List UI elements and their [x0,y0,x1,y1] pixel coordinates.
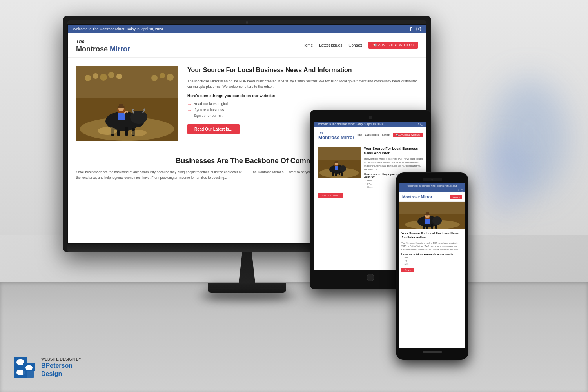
hero-title: Your Source For Local Business News And … [187,66,418,74]
svg-rect-4 [76,66,178,98]
tablet-ig-icon: ◯ [420,123,423,126]
svg-rect-14 [118,113,125,120]
tablet-nav-latest[interactable]: Latest Issues [365,134,379,136]
svg-point-25 [151,75,158,81]
phone-topbar: Welcome to The Montrose Mirror Today Is:… [399,183,465,188]
monitor-neck [235,252,259,283]
phone-bull-svg [399,202,465,229]
svg-rect-63 [25,365,33,370]
tablet-advertise-btn[interactable]: 📢ADVERTISE WITH US [393,133,423,137]
svg-point-12 [130,111,147,124]
hero-list-item-1: →Read our latest digital... [187,101,418,107]
svg-rect-0 [417,27,421,31]
nav-home[interactable]: Home [303,43,313,47]
phone-list-3: → Sig... [401,262,463,265]
svg-rect-52 [425,219,430,224]
phone-content-subtitle: Here's some things you can do on our web… [401,253,463,255]
svg-rect-55 [426,212,429,214]
tablet-nav: The Montrose Mirror Home Latest Issues C… [314,127,426,143]
tablet-bull-svg [318,147,361,178]
svg-point-23 [108,72,114,78]
svg-rect-34 [335,173,337,176]
tablet-nav-links[interactable]: Home Latest Issues Contact 📢ADVERTISE WI… [356,133,423,137]
phone-content-title: Your Source For Local Business News And … [401,232,463,240]
hero-image [76,66,178,141]
monitor-base [208,283,286,293]
svg-point-1 [418,28,419,30]
svg-rect-47 [423,225,425,229]
phone-camera-bar [423,178,442,181]
bp-logo-icon [12,355,37,380]
advertise-button[interactable]: 📢 ADVERTISE WITH US [368,42,418,49]
section2-col1: Small businesses are the backbone of any… [76,170,243,180]
phone-topbar-container: Welcome to The Montrose Mirror Today Is:… [399,183,465,192]
phone-screen: Welcome to The Montrose Mirror Today Is:… [399,183,465,348]
phone-list-1: → Rea... [401,256,463,259]
nav-links[interactable]: Home Latest Issues Contact 📢 ADVERTISE W… [303,42,418,49]
tablet-home-button[interactable] [367,274,374,281]
facebook-icon [408,27,413,31]
phone-fb-icon: f [458,189,459,192]
svg-rect-41 [335,161,338,163]
phone-home-bar [423,351,442,353]
phone-read-btn[interactable]: Rea... [401,268,414,272]
tablet-hero-title: Your Source For Local Business News And … [364,147,423,156]
svg-rect-38 [335,166,338,170]
svg-rect-43 [399,202,465,214]
site-nav: The Montrose Mirror Home Latest Issues C… [68,33,426,58]
svg-rect-29 [318,147,361,160]
phone-nav: Montrose Mirror Menu ≡ [399,192,465,202]
phone-logo: Montrose Mirror [402,195,432,199]
phone-list-2: → If y... [401,259,463,262]
phone-topbar-text: Welcome to The Montrose Mirror Today Is:… [407,185,457,187]
svg-point-27 [167,74,174,81]
phone-menu-button[interactable]: Menu ≡ [450,195,463,199]
phone-content: Your Source For Local Business News And … [399,229,465,276]
svg-rect-49 [431,224,433,229]
phone: Welcome to The Montrose Mirror Today Is:… [396,172,468,360]
phone-website: Welcome to The Montrose Mirror Today Is:… [399,183,465,348]
svg-rect-36 [341,172,343,176]
tablet-camera [369,116,372,119]
phone-hero-list: → Rea... → If y... → Sig... [401,256,463,265]
read-latest-button[interactable]: Read Our Latest Is... [187,124,240,134]
svg-rect-50 [435,225,437,229]
svg-rect-9 [117,130,120,136]
tablet-read-btn[interactable]: Read Our Latest... [318,193,343,198]
tablet-fb-icon: f [418,123,419,126]
monitor-camera [246,21,248,24]
svg-point-32 [340,165,346,172]
phone-ig-icon: ◯ [461,189,463,192]
phone-social-icons: f ◯ [399,188,465,192]
bull-rider-svg [76,66,178,141]
topbar-text: Welcome to The Montrose Mirror! Today Is… [73,27,163,31]
svg-point-46 [432,216,442,225]
svg-rect-10 [125,127,128,136]
tablet-topbar-text: Welcome to The Montrose Mirror! Today Is… [318,123,383,126]
tablet-nav-home[interactable]: Home [356,134,362,136]
tablet-nav-contact[interactable]: Contact [382,134,390,136]
bg-decoration-2 [482,137,529,216]
topbar-social-icons [408,27,421,31]
svg-rect-17 [119,104,123,107]
svg-point-20 [85,75,91,81]
site-topbar: Welcome to The Montrose Mirror! Today Is… [68,25,426,33]
svg-point-26 [160,73,165,78]
tablet-hero-image [318,147,361,178]
svg-point-18 [98,127,117,135]
monitor-base-shadow [198,293,296,301]
phone-outer: Welcome to The Montrose Mirror Today Is:… [396,172,468,360]
phone-camera [431,179,433,181]
instagram-icon [416,27,421,31]
monitor-bezel [67,20,426,24]
svg-rect-35 [339,172,340,175]
branding-logo: WEBSITE DESIGN BY BPeterson Design [12,355,81,380]
svg-point-21 [93,73,98,79]
hero-subtitle: Here's some things you can do on our web… [187,94,418,98]
svg-point-2 [419,28,420,29]
phone-content-desc: The Montrose Mirror is an online PDF new… [401,241,463,251]
nav-contact[interactable]: Contact [348,43,362,47]
tablet-topbar: Welcome to The Montrose Mirror! Today Is… [314,122,426,127]
svg-rect-48 [426,226,428,229]
nav-latest-issues[interactable]: Latest Issues [319,43,342,47]
